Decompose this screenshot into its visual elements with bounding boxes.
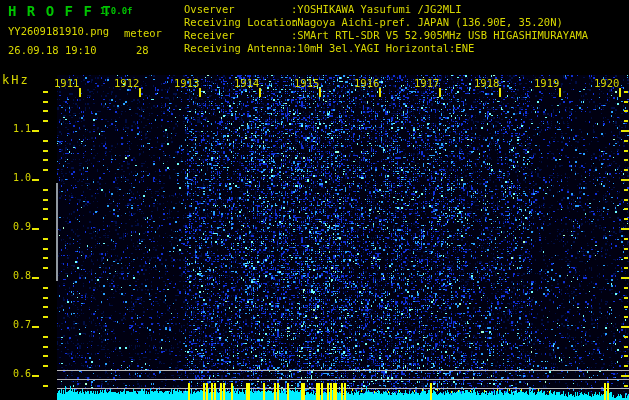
app-version: 1.0.0f: [100, 6, 133, 16]
station-info-block: Ovserver:YOSHIKAWA Yasufumi /JG2MLIRecei…: [184, 3, 588, 55]
time-tick-label: 1919: [534, 77, 559, 89]
time-tick-label: 1911: [54, 77, 79, 89]
capture-filename: YY2609181910.png: [8, 25, 109, 37]
freq-tick-label: 0.6: [0, 368, 31, 379]
time-tick-label: 1920: [594, 77, 619, 89]
station-info-row: Receiving Antenna:10mH 3el.YAGI Horizont…: [184, 42, 588, 55]
station-info-row: Receiving Location:Nagoya Aichi-pref. JA…: [184, 16, 588, 29]
time-tick-label: 1912: [114, 77, 139, 89]
station-info-value: :YOSHIKAWA Yasufumi /JG2MLI: [291, 3, 462, 16]
freq-tick-label: 1.1: [0, 123, 31, 134]
time-tick-label: 1914: [234, 77, 259, 89]
station-info-label: Receiving Location: [184, 16, 291, 29]
meteor-count: 28: [136, 44, 149, 56]
observation-mode-label: meteor: [124, 27, 162, 39]
app-title: H R O F F T: [8, 3, 112, 19]
freq-tick-label: 0.9: [0, 221, 31, 232]
station-info-row: Receiver:SMArt RTL-SDR V5 52.905MHz USB …: [184, 29, 588, 42]
station-info-value: :10mH 3el.YAGI Horizontal:ENE: [291, 42, 474, 55]
time-tick-label: 1917: [414, 77, 439, 89]
station-info-row: Ovserver:YOSHIKAWA Yasufumi /JG2MLI: [184, 3, 588, 16]
time-tick-label: 1913: [174, 77, 199, 89]
time-tick-label: 1916: [354, 77, 379, 89]
station-info-label: Ovserver: [184, 3, 291, 16]
station-info-label: Receiving Antenna: [184, 42, 291, 55]
spectrogram-canvas: [0, 0, 629, 400]
station-info-label: Receiver: [184, 29, 291, 42]
freq-tick-label: 0.8: [0, 270, 31, 281]
hrofft-window: H R O F F T 1.0.0f YY2609181910.png mete…: [0, 0, 629, 400]
capture-datetime: 26.09.18 19:10: [8, 44, 97, 56]
station-info-value: :Nagoya Aichi-pref. JAPAN (136.90E, 35.2…: [291, 16, 563, 29]
freq-tick-label: 1.0: [0, 172, 31, 183]
time-tick-label: 1915: [294, 77, 319, 89]
station-info-value: :SMArt RTL-SDR V5 52.905MHz USB HIGASHIM…: [291, 29, 588, 42]
freq-axis-unit-label: kHz: [2, 73, 30, 87]
freq-tick-label: 0.7: [0, 319, 31, 330]
time-tick-label: 1918: [474, 77, 499, 89]
